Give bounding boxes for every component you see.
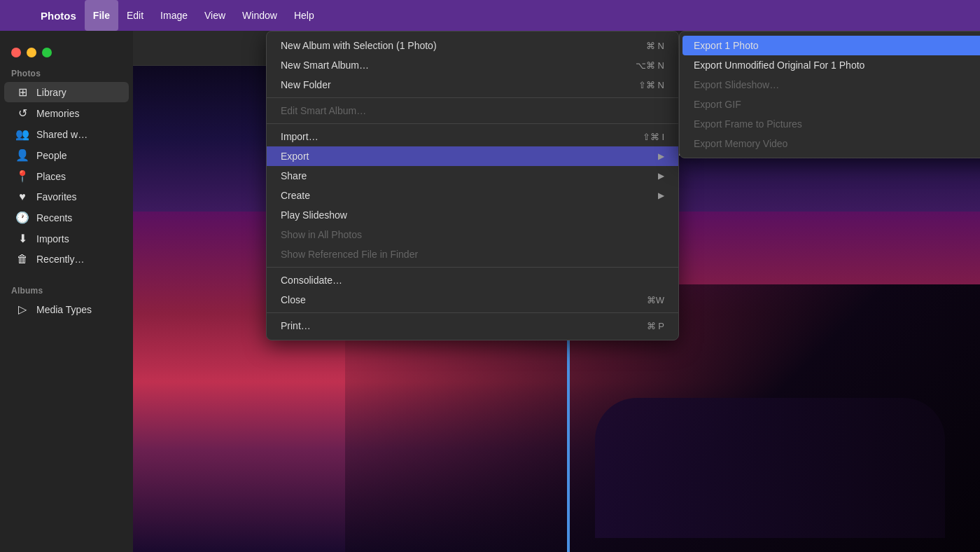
menu-item-import[interactable]: Import… ⇧⌘ I [267, 127, 678, 146]
sidebar-section-albums: Albums [0, 280, 133, 298]
recents-icon: 🕐 [15, 211, 29, 224]
menu-item-label: Print… [281, 320, 311, 331]
sidebar-item-label: Shared w… [36, 129, 118, 140]
menu-item-shortcut: ⇧⌘ N [638, 80, 664, 90]
menu-item-shortcut: ⌘ N [646, 41, 664, 51]
menu-item-shortcut: ⌥⌘ N [636, 60, 664, 71]
sidebar-item-label: People [36, 150, 118, 161]
menu-item-label: Close [281, 294, 306, 305]
menu-separator-2 [267, 123, 678, 124]
recently-deleted-icon: 🗑 [15, 253, 29, 265]
apple-menu[interactable] [8, 0, 28, 31]
sidebar-section-photos: Photos [0, 63, 133, 81]
maximize-button[interactable] [42, 48, 52, 57]
menu-item-label: Import… [281, 131, 318, 142]
menu-separator-4 [267, 312, 678, 313]
menu-separator-3 [267, 267, 678, 268]
menu-item-label: Share [281, 170, 307, 181]
content-area: Years Months Days 0, 2017 a [133, 31, 980, 552]
sidebar-item-label: Places [36, 171, 118, 182]
menubar-image[interactable]: Image [152, 0, 196, 31]
menu-item-label: Show Referenced File in Finder [281, 249, 418, 260]
sidebar-item-media-types[interactable]: ▷ Media Types [4, 299, 129, 319]
sidebar-item-shared[interactable]: 👥 Shared w… [4, 124, 129, 144]
submenu-item-label: Export Frame to Pictures [694, 118, 802, 130]
menubar-edit[interactable]: Edit [118, 0, 152, 31]
sidebar-item-places[interactable]: 📍 Places [4, 166, 129, 186]
library-icon: ⊞ [15, 85, 29, 99]
menu-item-close[interactable]: Close ⌘W [267, 290, 678, 310]
menu-item-create[interactable]: Create ▶ [267, 186, 678, 205]
sidebar-item-imports[interactable]: ⬇ Imports [4, 228, 129, 249]
sidebar-item-label: Imports [36, 233, 118, 244]
submenu-item-export-unmodified[interactable]: Export Unmodified Original For 1 Photo [680, 55, 980, 75]
menu-item-label: Create [281, 190, 310, 201]
minimize-button[interactable] [27, 48, 36, 57]
menu-item-new-album-selection[interactable]: New Album with Selection (1 Photo) ⌘ N [267, 36, 678, 55]
menu-item-consolidate[interactable]: Consolidate… [267, 270, 678, 290]
submenu-item-label: Export 1 Photo [694, 40, 759, 51]
menubar-view[interactable]: View [196, 0, 234, 31]
sidebar-item-label: Memories [36, 108, 118, 119]
menubar-file[interactable]: File [85, 0, 118, 31]
export-submenu: Export 1 Photo ⇧⌘E Export Unmodified Ori… [679, 31, 980, 158]
submenu-item-export-frame: Export Frame to Pictures [680, 114, 980, 134]
main-container: Photos ⊞ Library ↺ Memories 👥 Shared w… … [0, 31, 980, 552]
sidebar-item-label: Favorites [36, 191, 118, 202]
menu-item-new-smart-album[interactable]: New Smart Album… ⌥⌘ N [267, 55, 678, 75]
traffic-lights [0, 39, 133, 63]
submenu-item-export-1-photo[interactable]: Export 1 Photo ⇧⌘E [682, 36, 980, 55]
menu-item-label: Export [281, 151, 309, 162]
menu-item-label: Play Slideshow [281, 209, 347, 221]
sidebar-item-recents[interactable]: 🕐 Recents [4, 207, 129, 228]
submenu-item-export-slideshow: Export Slideshow… [680, 75, 980, 95]
sidebar: Photos ⊞ Library ↺ Memories 👥 Shared w… … [0, 31, 133, 552]
menu-item-label: Edit Smart Album… [281, 105, 366, 116]
menu-item-print[interactable]: Print… ⌘ P [267, 316, 678, 336]
chevron-right-icon: ▷ [15, 303, 29, 316]
submenu-item-label: Export GIF [694, 99, 741, 110]
sidebar-item-label: Recents [36, 212, 118, 223]
sidebar-item-library[interactable]: ⊞ Library [4, 82, 129, 102]
submenu-arrow-icon: ▶ [658, 171, 664, 181]
sidebar-item-label: Library [36, 87, 118, 98]
places-icon: 📍 [15, 170, 29, 183]
menu-item-label: New Album with Selection (1 Photo) [281, 40, 437, 51]
menu-item-shortcut: ⇧⌘ I [643, 132, 664, 142]
memories-icon: ↺ [15, 106, 29, 120]
menu-item-show-referenced: Show Referenced File in Finder [267, 244, 678, 264]
menu-item-play-slideshow[interactable]: Play Slideshow [267, 205, 678, 225]
submenu-item-label: Export Memory Video [694, 138, 788, 149]
submenu-arrow-icon: ▶ [658, 191, 664, 200]
menubar-help[interactable]: Help [286, 0, 323, 31]
menu-item-label: New Folder [281, 79, 331, 90]
file-menu-dropdown: New Album with Selection (1 Photo) ⌘ N N… [266, 31, 679, 340]
submenu-item-label: Export Slideshow… [694, 79, 779, 90]
menu-item-label: Consolidate… [281, 275, 342, 286]
close-button[interactable] [11, 48, 21, 57]
menu-item-share[interactable]: Share ▶ [267, 166, 678, 186]
imports-icon: ⬇ [15, 232, 29, 245]
submenu-arrow-icon: ▶ [658, 151, 664, 161]
menu-item-label: Show in All Photos [281, 229, 362, 240]
sidebar-item-recently[interactable]: 🗑 Recently… [4, 249, 129, 269]
sidebar-item-memories[interactable]: ↺ Memories [4, 103, 129, 123]
menu-item-label: New Smart Album… [281, 60, 369, 71]
sidebar-item-people[interactable]: 👤 People [4, 145, 129, 165]
sidebar-item-favorites[interactable]: ♥ Favorites [4, 187, 129, 207]
people-icon: 👤 [15, 149, 29, 162]
menu-item-new-folder[interactable]: New Folder ⇧⌘ N [267, 75, 678, 95]
menubar-photos[interactable]: Photos [32, 0, 85, 31]
menu-item-shortcut: ⌘ P [647, 321, 664, 331]
favorites-icon: ♥ [15, 191, 29, 203]
submenu-item-label: Export Unmodified Original For 1 Photo [694, 60, 864, 71]
menubar-window[interactable]: Window [234, 0, 286, 31]
sidebar-item-label: Media Types [36, 304, 118, 315]
shared-icon: 👥 [15, 127, 29, 141]
sidebar-item-label: Recently… [36, 254, 118, 265]
menu-separator-1 [267, 97, 678, 98]
submenu-item-export-memory-video: Export Memory Video [680, 134, 980, 153]
menu-item-edit-smart-album: Edit Smart Album… [267, 101, 678, 120]
submenu-item-export-gif: Export GIF [680, 95, 980, 114]
menu-item-export[interactable]: Export ▶ [267, 146, 678, 166]
